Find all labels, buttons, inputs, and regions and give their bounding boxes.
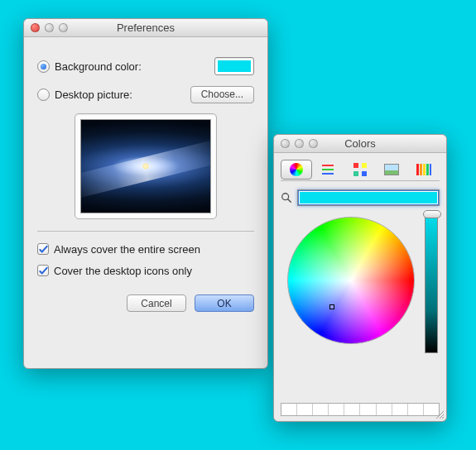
minimize-icon[interactable] xyxy=(45,23,54,32)
radio-dot-icon xyxy=(41,64,46,69)
crayons-icon xyxy=(416,164,431,175)
preferences-body: Background color: Desktop picture: Choos… xyxy=(24,37,267,322)
preferences-window: Preferences Background color: Desktop pi… xyxy=(23,18,268,369)
desktop-picture-radio[interactable] xyxy=(37,89,50,101)
svg-line-4 xyxy=(442,417,444,419)
desktop-picture-preview-frame xyxy=(75,113,217,219)
resize-grip-icon[interactable] xyxy=(435,409,445,419)
colors-window: Colors xyxy=(273,134,447,422)
magnifier-icon[interactable] xyxy=(281,192,292,203)
svg-line-1 xyxy=(288,199,291,203)
desktop-picture-row: Desktop picture: Choose... xyxy=(37,80,254,108)
background-color-label: Background color: xyxy=(55,60,142,73)
cover-desktop-icons-label: Cover the desktop icons only xyxy=(54,265,192,277)
swatch-cell[interactable] xyxy=(408,404,424,415)
dialog-button-row: Cancel OK xyxy=(37,294,254,312)
close-icon[interactable] xyxy=(281,139,290,148)
window-controls xyxy=(274,139,318,148)
sliders-icon xyxy=(322,164,335,175)
color-sample-row xyxy=(281,189,440,206)
swatch-cell[interactable] xyxy=(392,404,408,415)
brightness-knob[interactable] xyxy=(423,210,441,218)
image-icon xyxy=(384,164,399,175)
color-swatch xyxy=(218,60,251,72)
background-color-well[interactable] xyxy=(214,57,254,75)
background-color-radio[interactable] xyxy=(37,60,50,73)
choose-button[interactable]: Choose... xyxy=(190,86,254,103)
tab-color-sliders[interactable] xyxy=(312,160,344,180)
swatch-cell[interactable] xyxy=(313,404,329,415)
color-wheel-icon xyxy=(290,163,303,176)
cancel-button[interactable]: Cancel xyxy=(127,294,186,312)
preferences-titlebar[interactable]: Preferences xyxy=(24,19,267,37)
swatch-cell[interactable] xyxy=(297,404,313,415)
window-controls xyxy=(24,23,68,32)
brightness-slider[interactable] xyxy=(425,213,438,353)
swatch-strip[interactable] xyxy=(281,403,440,416)
zoom-icon[interactable] xyxy=(59,23,68,32)
cover-entire-screen-label: Always cover the entire screen xyxy=(54,243,200,256)
colors-titlebar[interactable]: Colors xyxy=(274,135,446,153)
desktop-picture-thumbnail[interactable] xyxy=(80,119,211,213)
ok-button-label: OK xyxy=(217,298,231,309)
desktop-picture-label: Desktop picture: xyxy=(55,89,132,101)
tab-color-wheel[interactable] xyxy=(281,160,312,180)
choose-button-label: Choose... xyxy=(201,89,243,100)
checkmark-icon xyxy=(39,245,48,254)
tab-crayons[interactable] xyxy=(408,160,440,180)
color-wheel[interactable] xyxy=(287,217,415,344)
swatch-cell[interactable] xyxy=(329,404,344,415)
wheel-area xyxy=(281,213,440,357)
cover-desktop-icons-row: Cover the desktop icons only xyxy=(37,260,254,281)
cover-desktop-icons-checkbox[interactable] xyxy=(37,265,49,276)
background-color-row: Background color: xyxy=(37,52,254,80)
cover-entire-screen-checkbox[interactable] xyxy=(37,243,49,255)
swatch-cell[interactable] xyxy=(360,404,376,415)
zoom-icon[interactable] xyxy=(309,139,318,148)
close-icon[interactable] xyxy=(31,23,40,32)
swatch-cell[interactable] xyxy=(281,404,297,415)
cover-entire-screen-row: Always cover the entire screen xyxy=(37,238,254,260)
current-color-well[interactable] xyxy=(297,189,440,206)
tab-image-palettes[interactable] xyxy=(376,160,407,180)
tab-color-palettes[interactable] xyxy=(344,160,376,180)
ok-button[interactable]: OK xyxy=(195,294,254,312)
palette-icon xyxy=(353,163,367,176)
separator xyxy=(37,231,254,232)
checkmark-icon xyxy=(39,266,48,275)
colors-body xyxy=(274,153,446,421)
current-color-swatch xyxy=(300,192,437,203)
swatch-cell[interactable] xyxy=(344,404,360,415)
minimize-icon[interactable] xyxy=(295,139,304,148)
swatch-cell[interactable] xyxy=(377,404,392,415)
wheel-cursor-icon[interactable] xyxy=(329,304,334,309)
color-picker-tabs xyxy=(281,158,440,181)
cancel-button-label: Cancel xyxy=(141,298,171,309)
